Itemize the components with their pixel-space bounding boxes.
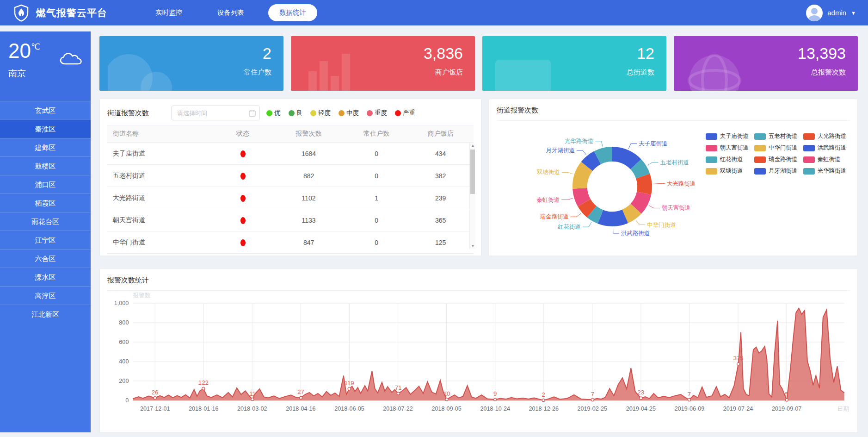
aq-legend-item-2: 轻度 bbox=[310, 109, 331, 117]
donut-legend-swatch bbox=[706, 145, 717, 151]
status-dot bbox=[240, 150, 246, 157]
aq-legend-dot bbox=[367, 110, 373, 116]
sidebar-item-district-2[interactable]: 建邺区 bbox=[0, 138, 91, 156]
x-tick-label: 2018-03-02 bbox=[237, 406, 267, 412]
data-point-marker[interactable] bbox=[397, 392, 400, 395]
x-tick-label: 2018-09-05 bbox=[431, 406, 461, 412]
donut-legend: 夫子庙街道五老村街道大光路街道朝天宫街道中华门街道洪武路街道红花街道瑞金路街道秦… bbox=[706, 132, 847, 175]
data-point-marker[interactable] bbox=[737, 362, 740, 365]
data-point-label: 375 bbox=[733, 355, 744, 362]
scroll-down-icon[interactable]: ▼ bbox=[470, 243, 476, 249]
nav-item-2[interactable]: 数据统计 bbox=[268, 4, 317, 21]
data-point-marker[interactable] bbox=[591, 399, 594, 401]
stat-label: 总报警次数 bbox=[686, 68, 846, 77]
donut-legend-swatch bbox=[803, 133, 815, 140]
sidebar-item-district-10[interactable]: 高淳区 bbox=[0, 286, 91, 305]
scrollbar-thumb[interactable] bbox=[470, 150, 475, 194]
data-point-marker[interactable] bbox=[202, 387, 205, 390]
donut-legend-item-10[interactable]: 月牙湖街道 bbox=[754, 167, 798, 175]
data-point-marker[interactable] bbox=[300, 396, 302, 399]
air-quality-legend: 优良轻度中度重度严重 bbox=[266, 109, 415, 117]
donut-legend-swatch bbox=[754, 156, 766, 163]
user-menu[interactable]: admin ▼ bbox=[806, 5, 856, 21]
aq-legend-item-4: 重度 bbox=[367, 109, 387, 117]
resident-count: 0 bbox=[345, 217, 408, 224]
donut-legend-swatch bbox=[803, 156, 815, 163]
data-point-label: 119 bbox=[345, 380, 354, 387]
donut-label: 中华门街道 bbox=[647, 222, 676, 228]
sidebar-item-district-6[interactable]: 雨花台区 bbox=[0, 212, 91, 231]
donut-label-line bbox=[613, 228, 619, 233]
donut-legend-item-9[interactable]: 双塘街道 bbox=[706, 167, 749, 175]
donut-label: 双塘街道 bbox=[537, 169, 560, 175]
donut-legend-item-2[interactable]: 大光路街道 bbox=[803, 132, 847, 140]
donut-legend-label: 大光路街道 bbox=[818, 132, 847, 140]
donut-legend-item-0[interactable]: 夫子庙街道 bbox=[706, 132, 749, 140]
donut-legend-label: 月牙湖街道 bbox=[769, 167, 798, 175]
donut-legend-swatch bbox=[754, 145, 766, 151]
x-tick-label: 2018-12-26 bbox=[529, 406, 559, 412]
donut-label: 光华路街道 bbox=[565, 138, 594, 144]
donut-label-line bbox=[583, 222, 591, 227]
data-point-marker[interactable] bbox=[445, 398, 448, 401]
data-point-marker[interactable] bbox=[348, 387, 351, 390]
username[interactable]: admin bbox=[827, 9, 846, 17]
donut-legend-label: 洪武路街道 bbox=[818, 144, 847, 152]
donut-legend-label: 朝天宫街道 bbox=[720, 144, 749, 152]
donut-label: 大光路街道 bbox=[667, 181, 696, 187]
globe-icon bbox=[682, 44, 751, 91]
merchant-count: 365 bbox=[407, 217, 474, 224]
donut-legend-item-7[interactable]: 瑞金路街道 bbox=[754, 156, 798, 163]
sidebar-item-district-0[interactable]: 玄武区 bbox=[0, 101, 91, 119]
date-picker[interactable] bbox=[171, 106, 260, 120]
weather-widget: 20 ℃ 南京 bbox=[0, 31, 91, 101]
scroll-up-icon[interactable]: ▲ bbox=[470, 143, 476, 149]
street-panel-title: 街道报警次数 bbox=[107, 109, 149, 118]
data-point-marker[interactable] bbox=[640, 397, 642, 400]
donut-label: 洪武路街道 bbox=[621, 230, 650, 237]
nav-item-0[interactable]: 实时监控 bbox=[144, 4, 193, 21]
sidebar-item-district-4[interactable]: 浦口区 bbox=[0, 175, 91, 194]
donut-label: 红花街道 bbox=[558, 224, 581, 230]
aq-legend-label: 轻度 bbox=[318, 109, 331, 117]
data-point-marker[interactable] bbox=[542, 399, 545, 402]
date-picker-input[interactable] bbox=[172, 106, 259, 120]
sidebar-item-district-3[interactable]: 鼓楼区 bbox=[0, 156, 91, 175]
sidebar-item-district-11[interactable]: 江北新区 bbox=[0, 305, 91, 323]
table-scrollbar[interactable]: ▲ ▼ bbox=[469, 143, 475, 249]
donut-legend-item-8[interactable]: 秦虹街道 bbox=[803, 156, 847, 163]
donut-legend-item-5[interactable]: 洪武路街道 bbox=[803, 144, 847, 152]
donut-legend-item-11[interactable]: 光华路街道 bbox=[803, 167, 847, 175]
donut-legend-item-1[interactable]: 五老村街道 bbox=[754, 132, 798, 140]
resident-count: 1 bbox=[345, 194, 408, 202]
x-tick-label: 2019-09-07 bbox=[772, 406, 801, 412]
data-point-marker[interactable] bbox=[154, 397, 156, 400]
data-point-label: 7 bbox=[591, 391, 594, 398]
data-point-marker[interactable] bbox=[688, 399, 690, 401]
donut-label-line bbox=[571, 213, 581, 217]
x-tick-label: 2019-04-25 bbox=[626, 406, 656, 412]
calendar-icon[interactable] bbox=[249, 110, 256, 117]
sidebar-item-district-8[interactable]: 六合区 bbox=[0, 249, 91, 268]
resident-count: 0 bbox=[345, 150, 408, 157]
data-point-marker[interactable] bbox=[494, 398, 497, 401]
alarm-statistics-panel: 报警次数统计 02004006008001,0002017-12-012018-… bbox=[99, 268, 858, 433]
street-status bbox=[214, 194, 272, 202]
sidebar-item-district-7[interactable]: 江宁区 bbox=[0, 231, 91, 249]
sidebar-item-district-5[interactable]: 栖霞区 bbox=[0, 194, 91, 212]
sidebar-item-district-1[interactable]: 秦淮区 bbox=[0, 119, 91, 138]
donut-label: 朝天宫街道 bbox=[662, 205, 691, 211]
donut-legend-item-3[interactable]: 朝天宫街道 bbox=[706, 144, 749, 152]
donut-legend-item-6[interactable]: 红花街道 bbox=[706, 156, 749, 163]
street-status bbox=[214, 150, 272, 157]
avatar[interactable] bbox=[806, 5, 823, 21]
donut-legend-swatch bbox=[803, 145, 815, 151]
nav-item-1[interactable]: 设备列表 bbox=[206, 4, 255, 21]
donut-legend-label: 夫子庙街道 bbox=[720, 132, 749, 140]
chevron-down-icon[interactable]: ▼ bbox=[851, 10, 856, 16]
data-point-marker[interactable] bbox=[251, 398, 254, 401]
donut-label: 月牙湖街道 bbox=[546, 147, 575, 154]
sidebar-item-district-9[interactable]: 溧水区 bbox=[0, 268, 91, 286]
donut-legend-item-4[interactable]: 中华门街道 bbox=[754, 144, 798, 152]
data-point-marker[interactable] bbox=[785, 399, 788, 401]
